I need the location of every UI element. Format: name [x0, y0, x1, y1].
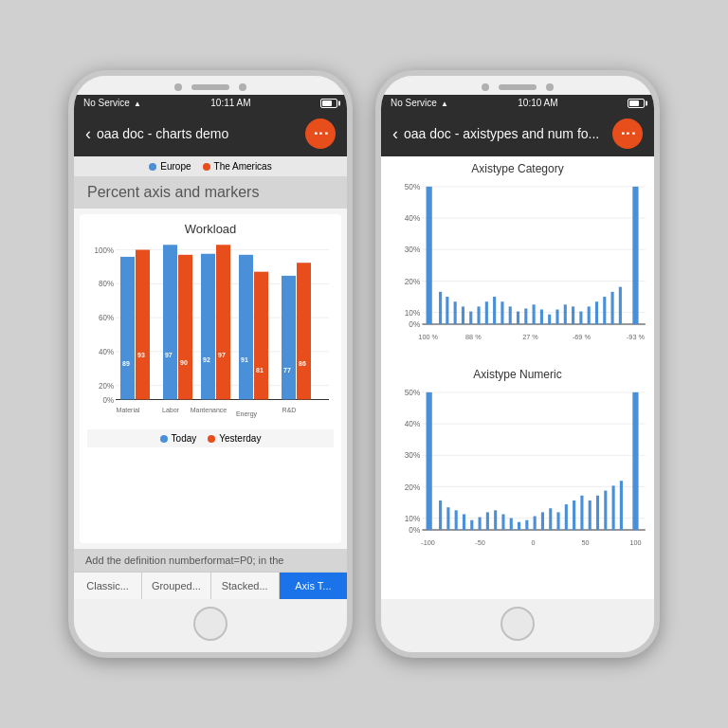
svg-text:Energy: Energy: [236, 410, 258, 418]
svg-rect-74: [632, 187, 638, 324]
svg-text:92: 92: [203, 356, 210, 364]
svg-text:10%: 10%: [405, 308, 421, 318]
svg-rect-106: [541, 512, 544, 530]
status-bar: No Service 10:11 AM: [74, 95, 347, 111]
phone-bottom-bar: [74, 599, 347, 652]
sensor: [239, 83, 246, 91]
svg-rect-95: [455, 510, 458, 530]
phone-content-right: Axistype Category 50% 40% 30% 20% 10% 0%: [381, 156, 654, 599]
svg-rect-92: [427, 392, 432, 530]
phone-top-bar-right: [381, 76, 654, 95]
svg-text:89: 89: [122, 359, 130, 367]
svg-rect-116: [620, 481, 623, 530]
svg-text:50%: 50%: [405, 388, 421, 397]
svg-text:81: 81: [256, 367, 264, 374]
front-camera: [174, 83, 182, 91]
today-label: Today: [172, 433, 197, 444]
europe-label: Europe: [160, 161, 191, 172]
app-title: oaa doc - charts demo: [97, 126, 305, 141]
back-button-right[interactable]: ‹: [392, 124, 398, 144]
more-icon: ⋮: [312, 126, 330, 142]
svg-rect-28: [282, 276, 296, 400]
svg-rect-101: [501, 514, 504, 530]
svg-text:100 %: 100 %: [418, 333, 438, 341]
svg-rect-58: [500, 301, 503, 324]
chart2-title: Axistype Numeric: [385, 362, 650, 383]
svg-rect-73: [619, 287, 622, 324]
svg-rect-49: [427, 187, 432, 324]
svg-rect-63: [540, 310, 543, 325]
wifi-icon: [134, 98, 141, 108]
svg-text:100%: 100%: [95, 246, 114, 255]
svg-text:86: 86: [299, 359, 306, 367]
workload-svg: 100% 80% 60% 40% 20% 0% 89 93 97 90: [87, 240, 334, 429]
svg-text:27 %: 27 %: [522, 333, 538, 341]
svg-rect-59: [509, 306, 512, 324]
tab-classic[interactable]: Classic...: [74, 573, 142, 599]
home-button[interactable]: [193, 607, 228, 641]
svg-rect-102: [510, 519, 513, 530]
svg-rect-99: [486, 512, 489, 530]
back-button[interactable]: ‹: [85, 124, 91, 144]
svg-rect-64: [548, 315, 551, 324]
svg-rect-61: [524, 308, 527, 324]
phone-content: Europe The Americas Percent axis and mar…: [74, 156, 347, 599]
home-button-right[interactable]: [500, 607, 535, 641]
left-phone: No Service 10:11 AM ‹ oaa doc - charts d…: [68, 70, 353, 658]
yesterday-dot: [208, 435, 215, 443]
svg-rect-54: [469, 312, 472, 324]
svg-rect-70: [595, 301, 598, 324]
phone-top-bar: [74, 76, 347, 95]
svg-text:-69 %: -69 %: [573, 333, 591, 341]
svg-rect-71: [603, 297, 606, 324]
svg-text:-50: -50: [475, 538, 484, 547]
section-header: Percent axis and markers: [74, 176, 347, 209]
svg-text:40%: 40%: [99, 348, 114, 356]
svg-text:40%: 40%: [405, 213, 421, 223]
svg-text:R&D: R&D: [282, 407, 297, 414]
svg-text:50%: 50%: [405, 182, 421, 191]
phone-bottom-bar-right: [381, 599, 654, 652]
svg-text:20%: 20%: [405, 277, 421, 286]
app-title-right: oaa doc - axistypes and num fo...: [404, 126, 612, 141]
svg-text:-100: -100: [421, 538, 435, 547]
workload-chart: 100% 80% 60% 40% 20% 0% 89 93 97 90: [87, 240, 334, 429]
svg-rect-72: [611, 292, 614, 324]
menu-button[interactable]: ⋮: [305, 118, 336, 149]
more-icon-right: ⋮: [619, 126, 637, 142]
svg-rect-109: [565, 504, 568, 530]
svg-text:97: 97: [165, 352, 173, 359]
tab-axis[interactable]: Axis T...: [280, 573, 347, 599]
menu-button-right[interactable]: ⋮: [612, 118, 643, 149]
time-label-right: 10:10 AM: [518, 98, 557, 108]
category-chart: 50% 40% 30% 20% 10% 0%: [385, 177, 650, 362]
svg-rect-113: [596, 496, 599, 530]
svg-rect-56: [485, 301, 488, 324]
svg-rect-68: [579, 312, 582, 324]
tab-stacked[interactable]: Stacked...: [211, 573, 280, 599]
svg-rect-12: [120, 257, 135, 400]
svg-rect-94: [446, 507, 449, 530]
svg-rect-107: [549, 508, 552, 530]
svg-rect-100: [494, 510, 497, 530]
svg-rect-51: [446, 297, 448, 324]
svg-text:88 %: 88 %: [465, 333, 482, 341]
svg-rect-98: [479, 518, 482, 530]
battery-icon: [320, 99, 337, 108]
svg-rect-60: [517, 312, 519, 324]
bottom-description: Add the definition numberformat=P0; in t…: [74, 549, 347, 572]
svg-rect-117: [632, 392, 638, 530]
right-phone: No Service 10:10 AM ‹ oaa doc - axistype…: [375, 70, 660, 658]
svg-rect-24: [239, 255, 253, 400]
yesterday-label: Yesterday: [219, 433, 261, 444]
svg-text:91: 91: [241, 356, 248, 364]
tab-grouped[interactable]: Grouped...: [142, 573, 210, 599]
svg-rect-21: [216, 245, 230, 399]
battery-icon-right: [628, 99, 645, 108]
svg-rect-29: [297, 263, 311, 399]
chart1-title: Axistype Category: [385, 156, 650, 177]
sensor-right: [546, 83, 554, 91]
europe-dot: [149, 163, 156, 171]
americas-dot: [203, 163, 210, 171]
svg-text:0: 0: [532, 538, 536, 547]
